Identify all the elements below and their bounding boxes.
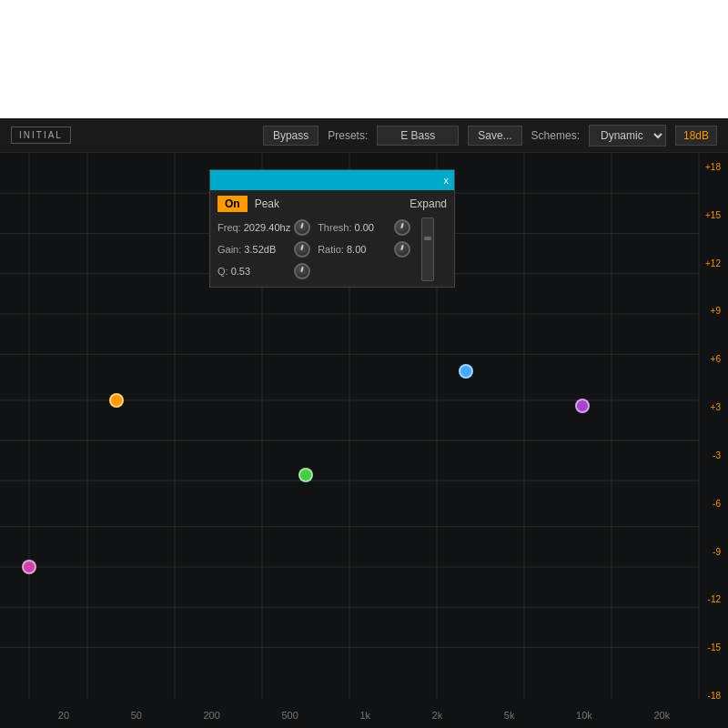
band-dot-2[interactable] (109, 393, 124, 408)
band-slider[interactable] (421, 217, 434, 281)
freq-axis: 20 50 200 500 1k 2k 5k 10k 20k (0, 710, 728, 721)
freq-10k: 10k (576, 710, 592, 721)
db-label-18p: +18 (705, 162, 721, 172)
db-label-15m: -15 (705, 642, 721, 652)
freq-20: 20 (58, 710, 69, 721)
band-dot-4[interactable] (459, 364, 473, 379)
db-label-9p: +9 (705, 306, 721, 316)
freq-500: 500 (281, 710, 298, 721)
band-popup: x On Peak Expand Freq: 2029.40hz (209, 169, 455, 288)
band-on-button[interactable]: On (217, 196, 248, 212)
thresh-label: Thresh: 0.00 (318, 222, 390, 233)
gain-label: Gain: 3.52dB (217, 244, 290, 255)
freq-200: 200 (203, 710, 219, 721)
freq-20k: 20k (653, 710, 670, 721)
popup-body: On Peak Expand Freq: 2029.40hz (210, 190, 454, 287)
freq-5k: 5k (504, 710, 515, 721)
logo: INITIAL (11, 126, 71, 144)
eq-area: x On Peak Expand Freq: 2029.40hz (0, 153, 728, 728)
bypass-button[interactable]: Bypass (263, 126, 318, 146)
popup-row1: On Peak Expand (217, 196, 447, 212)
db-label-6m: -6 (705, 499, 721, 509)
db-badge: 18dB (675, 126, 717, 146)
db-label-6p: +6 (705, 354, 721, 364)
band-dot-5[interactable] (575, 399, 590, 413)
freq-2k: 2k (432, 710, 443, 721)
db-label-15p: +15 (705, 210, 721, 220)
db-label-12m: -12 (705, 594, 721, 604)
gain-knob[interactable] (294, 241, 310, 258)
thresh-knob[interactable] (394, 219, 410, 236)
freq-row: Freq: 2029.40hz (217, 217, 310, 238)
db-label-3p: +3 (705, 402, 721, 412)
band-type-label: Peak (255, 197, 279, 210)
plugin-area: INITIAL Bypass Presets: Save... Schemes:… (0, 118, 728, 728)
freq-50: 50 (131, 710, 142, 721)
expand-label: Expand (410, 197, 447, 210)
presets-label: Presets: (328, 129, 368, 142)
popup-close-button[interactable]: x (444, 175, 450, 186)
q-row: Q: 0.53 (217, 261, 310, 281)
scheme-select[interactable]: Dynamic (589, 125, 666, 147)
thresh-row: Thresh: 0.00 (318, 217, 410, 238)
ratio-knob[interactable] (394, 241, 410, 258)
freq-1k: 1k (359, 710, 370, 721)
schemes-label: Schemes: (531, 129, 580, 142)
ratio-label: Ratio: 8.00 (318, 244, 390, 255)
gain-row: Gain: 3.52dB (217, 239, 310, 259)
top-white-area (0, 0, 728, 118)
popup-params: Freq: 2029.40hz Thresh: 0.00 (217, 217, 410, 281)
db-label-18m: -18 (705, 691, 721, 701)
freq-knob[interactable] (294, 219, 310, 236)
db-label-12p: +12 (705, 258, 721, 268)
q-label: Q: 0.53 (217, 266, 290, 277)
popup-title-bar: x (210, 170, 454, 190)
band-dot-1[interactable] (22, 560, 36, 574)
db-label-9m: -9 (705, 547, 721, 557)
db-labels: +18 +15 +12 +9 +6 +3 -3 -6 -9 -12 -15 -1… (705, 153, 721, 728)
freq-label: Freq: 2029.40hz (217, 222, 290, 233)
band-dot-3[interactable] (298, 468, 313, 482)
db-label-3m: -3 (705, 450, 721, 460)
ratio-row: Ratio: 8.00 (318, 239, 410, 259)
q-knob[interactable] (294, 263, 310, 279)
header-bar: INITIAL Bypass Presets: Save... Schemes:… (0, 118, 728, 153)
preset-input[interactable] (377, 126, 459, 146)
save-button[interactable]: Save... (468, 126, 521, 146)
